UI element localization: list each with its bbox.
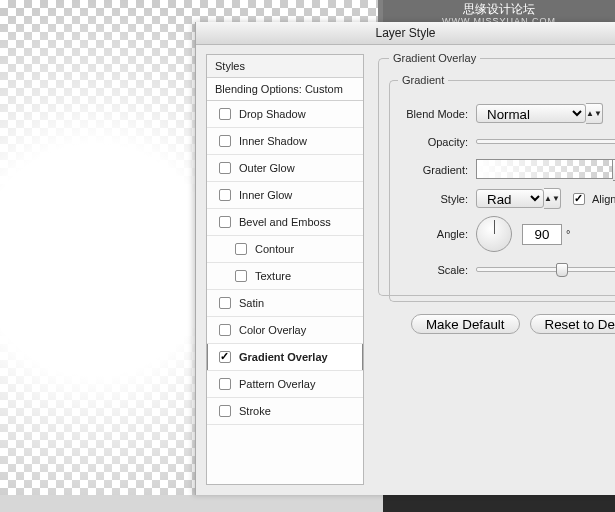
sidebar-item-pattern-overlay[interactable]: Pattern Overlay xyxy=(207,371,363,398)
sidebar-item-satin[interactable]: Satin xyxy=(207,290,363,317)
sidebar-item-label: Inner Glow xyxy=(239,189,292,201)
sidebar-item-label: Inner Shadow xyxy=(239,135,307,147)
blend-mode-label: Blend Mode: xyxy=(398,108,468,120)
sidebar-item-label: Gradient Overlay xyxy=(239,351,328,363)
sidebar-item-drop-shadow[interactable]: Drop Shadow xyxy=(207,101,363,128)
sidebar-item-inner-glow[interactable]: Inner Glow xyxy=(207,182,363,209)
opacity-label: Opacity: xyxy=(398,136,468,148)
layer-style-dialog: Layer Style Styles Blending Options: Cus… xyxy=(195,22,615,495)
panel-legend: Gradient Overlay xyxy=(389,52,480,64)
style-select[interactable]: Radial xyxy=(476,189,544,208)
degree-sign: ° xyxy=(566,228,570,240)
sidebar-item-label: Color Overlay xyxy=(239,324,306,336)
chevron-updown-icon[interactable]: ▲▼ xyxy=(544,188,561,209)
gradient-legend: Gradient xyxy=(398,74,448,86)
scale-label: Scale: xyxy=(398,264,468,276)
angle-field[interactable] xyxy=(522,224,562,245)
scale-slider[interactable] xyxy=(476,267,615,272)
site-watermark: 思缘设计论坛 WWW.MISSYUAN.COM xyxy=(383,0,615,24)
style-checkbox[interactable] xyxy=(219,405,231,417)
scale-thumb[interactable] xyxy=(556,263,568,277)
style-label: Style: xyxy=(398,193,468,205)
sidebar-item-label: Stroke xyxy=(239,405,271,417)
bottom-strip-dark xyxy=(383,495,615,512)
opacity-slider[interactable] xyxy=(476,139,615,144)
sidebar-item-contour[interactable]: Contour xyxy=(207,236,363,263)
gradient-label: Gradient: xyxy=(398,164,468,176)
style-checkbox[interactable] xyxy=(219,108,231,120)
angle-dial[interactable] xyxy=(476,216,512,252)
angle-row: Angle: ° xyxy=(398,216,615,252)
style-checkbox[interactable] xyxy=(219,162,231,174)
sidebar-item-label: Contour xyxy=(255,243,294,255)
make-default-button[interactable]: Make Default xyxy=(411,314,520,334)
sidebar-item-label: Outer Glow xyxy=(239,162,295,174)
opacity-row: Opacity: % xyxy=(398,131,615,152)
style-checkbox[interactable] xyxy=(219,324,231,336)
align-checkbox[interactable] xyxy=(573,193,585,205)
sidebar-header[interactable]: Styles xyxy=(207,55,363,78)
scale-row: Scale: % xyxy=(398,259,615,280)
style-checkbox[interactable] xyxy=(219,216,231,228)
sidebar-item-label: Satin xyxy=(239,297,264,309)
blending-options-row[interactable]: Blending Options: Custom xyxy=(207,78,363,101)
chevron-updown-icon[interactable]: ▲▼ xyxy=(586,103,603,124)
sidebar-item-stroke[interactable]: Stroke xyxy=(207,398,363,425)
blend-mode-row: Blend Mode: Normal ▲▼ xyxy=(398,103,615,124)
sidebar-item-color-overlay[interactable]: Color Overlay xyxy=(207,317,363,344)
dialog-title: Layer Style xyxy=(196,22,615,45)
style-checkbox[interactable] xyxy=(235,270,247,282)
styles-sidebar: Styles Blending Options: Custom Drop Sha… xyxy=(206,54,364,485)
blend-mode-select[interactable]: Normal xyxy=(476,104,586,123)
sidebar-item-outer-glow[interactable]: Outer Glow xyxy=(207,155,363,182)
angle-label: Angle: xyxy=(398,228,468,240)
sidebar-item-label: Pattern Overlay xyxy=(239,378,315,390)
sidebar-item-label: Drop Shadow xyxy=(239,108,306,120)
sidebar-item-bevel-and-emboss[interactable]: Bevel and Emboss xyxy=(207,209,363,236)
style-checkbox[interactable] xyxy=(219,378,231,390)
sidebar-item-texture[interactable]: Texture xyxy=(207,263,363,290)
sidebar-item-gradient-overlay[interactable]: Gradient Overlay xyxy=(207,344,363,371)
reset-default-button[interactable]: Reset to Default xyxy=(530,314,615,334)
gradient-overlay-panel: Gradient Overlay Gradient Blend Mode: No… xyxy=(378,52,615,495)
gradient-row: Gradient: ▼ Reverse xyxy=(398,159,615,181)
style-checkbox[interactable] xyxy=(219,135,231,147)
sidebar-item-inner-shadow[interactable]: Inner Shadow xyxy=(207,128,363,155)
align-label: Align with Layer xyxy=(592,193,615,205)
gradient-swatch[interactable] xyxy=(476,159,613,179)
sidebar-item-label: Texture xyxy=(255,270,291,282)
style-row: Style: Radial ▲▼ Align with Layer xyxy=(398,188,615,209)
style-checkbox[interactable] xyxy=(235,243,247,255)
style-checkbox[interactable] xyxy=(219,297,231,309)
style-checkbox[interactable] xyxy=(219,351,231,363)
style-checkbox[interactable] xyxy=(219,189,231,201)
sidebar-item-label: Bevel and Emboss xyxy=(239,216,331,228)
